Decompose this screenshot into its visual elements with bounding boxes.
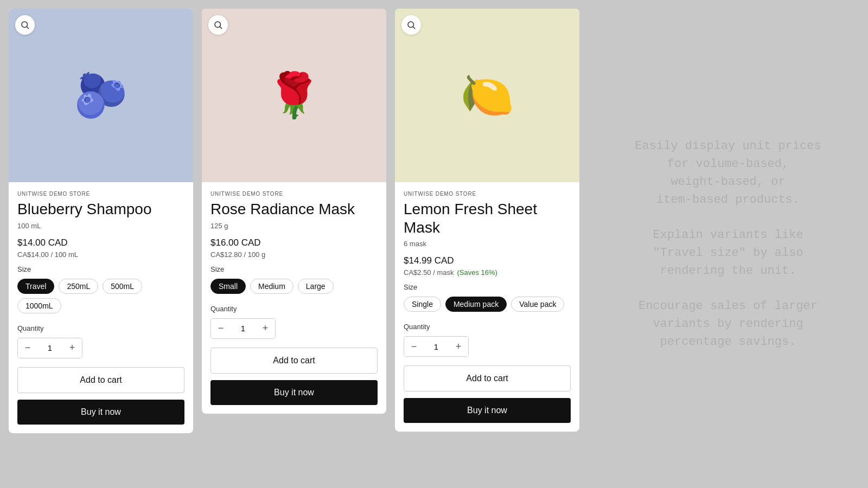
product-title: Rose Radiance Mask bbox=[210, 200, 378, 219]
svg-line-1 bbox=[27, 27, 28, 28]
product-image-rose-radiance-mask: 🌹 bbox=[202, 9, 386, 182]
size-btn-medium[interactable]: Medium bbox=[250, 279, 293, 294]
quantity-increase-button[interactable]: + bbox=[62, 338, 82, 358]
quantity-label: Quantity bbox=[17, 324, 184, 332]
product-unit-price-row: CA$2.50 / mask(Saves 16%) bbox=[404, 268, 571, 277]
quantity-label: Quantity bbox=[210, 305, 378, 313]
quantity-control: −1+ bbox=[404, 336, 469, 357]
quantity-value: 1 bbox=[424, 342, 449, 351]
product-image-wrap-lemon-fresh-sheet-mask: 🍋 bbox=[395, 9, 579, 182]
product-unit-price-row: CA$14.00 / 100 mL bbox=[17, 251, 184, 259]
size-options: SmallMediumLarge bbox=[210, 279, 378, 294]
store-label: UNITWISE DEMO STORE bbox=[17, 191, 184, 197]
quantity-value: 1 bbox=[231, 324, 256, 333]
zoom-button[interactable] bbox=[208, 15, 228, 35]
product-subtitle: 6 mask bbox=[404, 240, 571, 248]
quantity-increase-button[interactable]: + bbox=[256, 319, 275, 338]
buy-it-now-button[interactable]: Buy it now bbox=[17, 400, 184, 425]
svg-line-3 bbox=[220, 27, 221, 28]
svg-point-0 bbox=[22, 22, 28, 28]
product-card-lemon-fresh-sheet-mask: 🍋UNITWISE DEMO STORELemon Fresh Sheet Ma… bbox=[395, 9, 579, 432]
product-info-rose-radiance-mask: UNITWISE DEMO STORERose Radiance Mask125… bbox=[202, 182, 386, 414]
quantity-control: −1+ bbox=[17, 338, 82, 358]
quantity-value: 1 bbox=[37, 343, 62, 352]
product-unit-price: CA$2.50 / mask bbox=[404, 268, 454, 277]
product-unit-price: CA$14.00 / 100 mL bbox=[17, 251, 78, 259]
product-info-lemon-fresh-sheet-mask: UNITWISE DEMO STORELemon Fresh Sheet Mas… bbox=[395, 182, 579, 432]
sidebar-text: Easily display unit prices for volume-ba… bbox=[588, 0, 868, 488]
zoom-button[interactable] bbox=[401, 15, 421, 35]
svg-point-2 bbox=[215, 22, 221, 28]
product-subtitle: 100 mL bbox=[17, 222, 184, 230]
product-unit-price: CA$12.80 / 100 g bbox=[210, 251, 265, 259]
product-image-wrap-rose-radiance-mask: 🌹 bbox=[202, 9, 386, 182]
size-label: Size bbox=[210, 265, 378, 273]
store-label: UNITWISE DEMO STORE bbox=[404, 191, 571, 197]
product-unit-price-row: CA$12.80 / 100 g bbox=[210, 251, 378, 259]
buy-it-now-button[interactable]: Buy it now bbox=[404, 398, 571, 423]
product-title: Lemon Fresh Sheet Mask bbox=[404, 200, 571, 236]
add-to-cart-button[interactable]: Add to cart bbox=[210, 348, 378, 374]
add-to-cart-button[interactable]: Add to cart bbox=[17, 367, 184, 393]
product-image-lemon-fresh-sheet-mask: 🍋 bbox=[395, 9, 579, 182]
product-price: $16.00 CAD bbox=[210, 237, 378, 248]
svg-line-5 bbox=[413, 27, 414, 28]
zoom-icon bbox=[20, 20, 30, 30]
size-label: Size bbox=[404, 283, 571, 291]
quantity-label: Quantity bbox=[404, 323, 571, 331]
products-area: 🫐UNITWISE DEMO STOREBlueberry Shampoo100… bbox=[0, 0, 588, 488]
quantity-decrease-button[interactable]: − bbox=[211, 319, 231, 338]
size-options: SingleMedium packValue pack bbox=[404, 297, 571, 312]
size-btn-single[interactable]: Single bbox=[404, 297, 441, 312]
product-price: $14.99 CAD bbox=[404, 255, 571, 266]
size-btn-250ml[interactable]: 250mL bbox=[59, 279, 98, 294]
product-title: Blueberry Shampoo bbox=[17, 200, 184, 219]
size-btn-1000ml[interactable]: 1000mL bbox=[17, 298, 61, 313]
quantity-increase-button[interactable]: + bbox=[449, 337, 468, 356]
product-card-rose-radiance-mask: 🌹UNITWISE DEMO STORERose Radiance Mask12… bbox=[202, 9, 386, 414]
size-btn-small[interactable]: Small bbox=[210, 279, 246, 294]
product-card-blueberry-shampoo: 🫐UNITWISE DEMO STOREBlueberry Shampoo100… bbox=[9, 9, 193, 433]
product-info-blueberry-shampoo: UNITWISE DEMO STOREBlueberry Shampoo100 … bbox=[9, 182, 193, 433]
svg-point-4 bbox=[408, 22, 414, 28]
size-btn-medium-pack[interactable]: Medium pack bbox=[445, 297, 507, 312]
sidebar-paragraph-1: Explain variants like "Travel size" by a… bbox=[653, 226, 803, 280]
quantity-control: −1+ bbox=[210, 318, 276, 339]
size-options: Travel250mL500mL1000mL bbox=[17, 279, 184, 313]
sidebar-paragraph-2: Encourage sales of larger variants by re… bbox=[639, 297, 818, 351]
size-btn-value-pack[interactable]: Value pack bbox=[511, 297, 564, 312]
quantity-decrease-button[interactable]: − bbox=[404, 337, 424, 356]
savings-badge: (Saves 16%) bbox=[457, 268, 497, 277]
add-to-cart-button[interactable]: Add to cart bbox=[404, 365, 571, 391]
product-image-blueberry-shampoo: 🫐 bbox=[9, 9, 193, 182]
zoom-icon bbox=[213, 20, 223, 30]
quantity-decrease-button[interactable]: − bbox=[18, 338, 37, 358]
zoom-icon bbox=[406, 20, 416, 30]
product-image-wrap-blueberry-shampoo: 🫐 bbox=[9, 9, 193, 182]
size-label: Size bbox=[17, 265, 184, 273]
size-btn-large[interactable]: Large bbox=[298, 279, 334, 294]
buy-it-now-button[interactable]: Buy it now bbox=[210, 380, 378, 405]
size-btn-500ml[interactable]: 500mL bbox=[103, 279, 142, 294]
store-label: UNITWISE DEMO STORE bbox=[210, 191, 378, 197]
sidebar-paragraph-0: Easily display unit prices for volume-ba… bbox=[635, 137, 821, 209]
size-btn-travel[interactable]: Travel bbox=[17, 279, 54, 294]
product-subtitle: 125 g bbox=[210, 222, 378, 230]
zoom-button[interactable] bbox=[15, 15, 35, 35]
product-price: $14.00 CAD bbox=[17, 237, 184, 248]
